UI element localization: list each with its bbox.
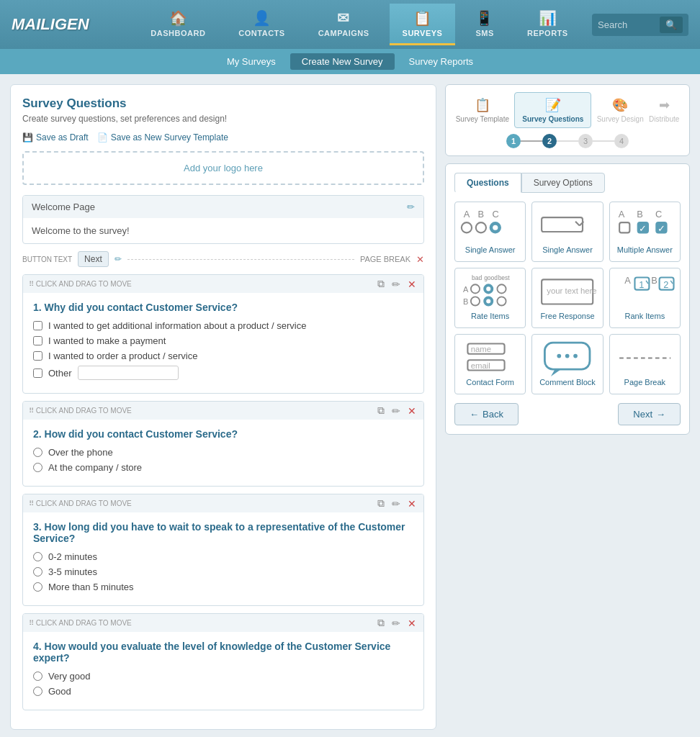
q4-option-2: Good	[33, 686, 413, 697]
surveys-icon: 📋	[413, 9, 432, 27]
welcome-header: Welcome Page ✏	[23, 196, 423, 218]
q-type-rank[interactable]: A B 1 2 Rank Items	[609, 268, 681, 328]
q-type-multiple[interactable]: A B C ✓ ✓ Multiple Answer	[609, 202, 681, 262]
edit-q4-button[interactable]: ✏	[390, 617, 402, 629]
back-button[interactable]: ← Back	[454, 403, 519, 425]
logo-upload-area[interactable]: Add your logo here	[22, 151, 424, 185]
delete-q2-button[interactable]: ✕	[406, 404, 418, 417]
search-input[interactable]	[598, 19, 655, 30]
q-type-single-dropdown[interactable]: Single Answer	[531, 202, 603, 262]
subnav-my-surveys[interactable]: My Surveys	[215, 53, 287, 70]
q4-radio-2[interactable]	[33, 687, 42, 696]
q-type-rate[interactable]: bad good best A B	[454, 268, 526, 328]
q1-checkbox-1[interactable]	[33, 321, 42, 330]
svg-text:2: 2	[663, 279, 668, 289]
tab-survey-options[interactable]: Survey Options	[521, 173, 605, 193]
q1-option-1: I wanted to get additional information a…	[33, 320, 413, 331]
copy-q4-button[interactable]: ⧉	[376, 617, 386, 629]
q1-checkbox-3[interactable]	[33, 351, 42, 361]
q-type-contact[interactable]: name email Contact Form	[454, 334, 526, 394]
q3-radio-3[interactable]	[33, 582, 42, 592]
edit-next-icon[interactable]: ✏	[115, 254, 122, 264]
wizard-step-4: ➡ Distribute	[649, 97, 679, 123]
q3-radio-2[interactable]	[33, 567, 42, 577]
step-connector-34	[593, 140, 614, 142]
svg-point-48	[565, 353, 570, 358]
nav-reports[interactable]: 📊 REPORTS	[514, 4, 581, 45]
reports-icon: 📊	[539, 9, 557, 27]
questions-icon: 📝	[545, 97, 561, 113]
svg-line-8	[575, 221, 580, 225]
step-connector-12	[521, 140, 542, 142]
close-page-break-icon[interactable]: ✕	[416, 254, 424, 265]
question-1-body: 1. Why did you contact Customer Service?…	[23, 293, 423, 393]
save-draft-link[interactable]: 💾 Save as Draft	[22, 132, 89, 143]
q3-radio-1[interactable]	[33, 552, 42, 561]
q1-checkbox-other[interactable]	[33, 368, 42, 378]
svg-point-24	[486, 286, 490, 291]
q4-radio-1[interactable]	[33, 672, 42, 681]
step-circle-1: 1	[506, 134, 521, 148]
nav-contacts[interactable]: 👤 CONTACTS	[225, 4, 297, 45]
svg-text:A: A	[618, 209, 624, 220]
page-title: Survey Questions	[22, 96, 424, 111]
edit-q1-button[interactable]: ✏	[390, 278, 402, 290]
svg-line-40	[670, 280, 673, 283]
delete-q1-button[interactable]: ✕	[406, 278, 418, 290]
svg-point-22	[471, 284, 480, 293]
edit-q2-button[interactable]: ✏	[390, 404, 402, 417]
q-type-single-radio[interactable]: A B C Single Answer	[454, 202, 526, 262]
svg-text:good: good	[484, 274, 498, 281]
q-type-comment[interactable]: Comment Block	[531, 334, 603, 394]
delete-q4-button[interactable]: ✕	[406, 617, 418, 629]
q-type-free[interactable]: your text here Free Response	[531, 268, 603, 328]
nav-surveys[interactable]: 📋 SURVEYS	[390, 4, 456, 45]
save-draft-icon: 💾	[22, 132, 33, 143]
welcome-body: Welcome to the survey!	[23, 218, 423, 243]
question-block-1: ⠿ CLICK AND DRAG TO MOVE ⧉ ✏ ✕ 1. Why di…	[22, 274, 424, 394]
campaigns-icon: ✉	[337, 9, 350, 27]
q2-radio-1[interactable]	[33, 448, 42, 457]
nav-sms[interactable]: 📱 SMS	[462, 4, 507, 45]
next-button[interactable]: Next →	[618, 403, 681, 425]
svg-point-6	[493, 225, 498, 230]
q2-radio-2[interactable]	[33, 463, 42, 472]
search-button[interactable]: 🔍	[660, 17, 683, 33]
subnav-survey-reports[interactable]: Survey Reports	[398, 53, 485, 70]
rate-icon: bad good best A B	[459, 276, 521, 307]
q1-checkbox-2[interactable]	[33, 336, 42, 345]
right-panel: 📋 Survey Template 📝 Survey Questions 🎨 S…	[445, 84, 690, 730]
copy-q3-button[interactable]: ⧉	[376, 497, 386, 510]
svg-point-49	[574, 353, 578, 358]
main-nav: 🏠 DASHBOARD 👤 CONTACTS ✉ CAMPAIGNS 📋 SUR…	[127, 4, 592, 45]
svg-text:best: best	[498, 274, 511, 281]
step-circle-4: 4	[614, 134, 629, 148]
copy-q1-button[interactable]: ⧉	[376, 278, 386, 290]
svg-point-25	[497, 284, 506, 293]
distribute-icon: ➡	[659, 97, 670, 113]
copy-q2-button[interactable]: ⧉	[376, 404, 386, 417]
multiple-icon: A B C ✓ ✓	[614, 209, 676, 241]
q3-option-2: 3-5 minutes	[33, 566, 413, 577]
edit-welcome-icon[interactable]: ✏	[407, 202, 415, 212]
svg-point-30	[497, 297, 506, 305]
sub-nav: My Surveys Create New Survey Survey Repo…	[0, 49, 700, 74]
q1-other-input[interactable]	[78, 366, 179, 380]
welcome-page-block: Welcome Page ✏ Welcome to the survey!	[22, 195, 424, 244]
question-2-header: ⠿ CLICK AND DRAG TO MOVE ⧉ ✏ ✕	[23, 402, 423, 420]
comment-block-icon	[537, 342, 598, 374]
next-button-inline[interactable]: Next	[78, 251, 109, 267]
nav-campaigns[interactable]: ✉ CAMPAIGNS	[305, 4, 382, 45]
svg-point-47	[557, 353, 562, 358]
svg-text:your text here: your text here	[547, 286, 597, 295]
nav-dashboard[interactable]: 🏠 DASHBOARD	[138, 4, 218, 45]
svg-text:A: A	[624, 275, 631, 286]
q-type-pagebreak[interactable]: Page Break	[609, 334, 681, 394]
delete-q3-button[interactable]: ✕	[406, 497, 418, 510]
tab-questions[interactable]: Questions	[454, 173, 521, 193]
svg-text:name: name	[471, 344, 491, 353]
save-template-link[interactable]: 📄 Save as New Survey Template	[97, 132, 228, 143]
subnav-create-survey[interactable]: Create New Survey	[290, 53, 395, 70]
svg-point-29	[486, 299, 490, 303]
edit-q3-button[interactable]: ✏	[390, 497, 402, 510]
